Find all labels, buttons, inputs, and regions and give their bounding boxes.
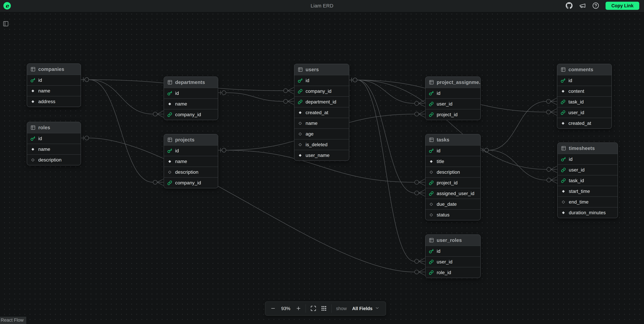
column-name: status [437,212,450,218]
column-row-projects-name[interactable]: name [164,156,218,167]
column-row-users-name[interactable]: name [294,118,349,128]
nullable-icon [429,213,434,217]
column-row-users-is_deleted[interactable]: is_deleted [294,139,349,150]
column-row-comments-content[interactable]: content [557,86,612,96]
column-row-roles-id[interactable]: id [27,133,81,144]
column-row-projects-description[interactable]: description [164,167,218,177]
table-name: users [306,67,319,72]
column-row-user_roles-id[interactable]: id [426,246,480,256]
column-row-project_assignments-id[interactable]: id [426,88,480,98]
foreign-key-icon [298,89,302,94]
column-row-timesheets-user_id[interactable]: user_id [558,164,618,175]
column-row-timesheets-id[interactable]: id [558,154,618,164]
column-row-project_assignments-project_id[interactable]: project_id [426,109,480,120]
column-row-roles-name[interactable]: name [27,144,81,154]
column-row-projects-company_id[interactable]: company_id [164,177,218,188]
column-row-project_assignments-user_id[interactable]: user_id [426,98,480,109]
table-icon [30,125,36,130]
column-row-tasks-status[interactable]: status [426,209,480,220]
table-header-user_roles: user_roles [426,235,480,246]
column-row-tasks-id[interactable]: id [426,145,480,156]
foreign-key-icon [429,181,434,185]
column-row-departments-name[interactable]: name [164,98,218,109]
table-node-users[interactable]: usersidcompany_iddepartment_idcreated_at… [294,64,349,161]
column-row-timesheets-start_time[interactable]: start_time [558,186,618,197]
column-row-users-company_id[interactable]: company_id [294,86,349,96]
nullable-icon [30,157,35,162]
column-row-departments-company_id[interactable]: company_id [164,109,218,120]
table-node-tasks[interactable]: tasksidtitledescriptionproject_idassigne… [425,134,481,220]
column-row-timesheets-end_time[interactable]: end_time [558,197,618,207]
column-name: id [175,148,179,153]
table-node-user_roles[interactable]: user_rolesiduser_idrole_id [425,234,481,278]
column-row-tasks-project_id[interactable]: project_id [426,177,480,188]
zoom-out-button[interactable] [270,306,276,312]
table-header-users: users [294,64,349,75]
tidy-up-button[interactable] [321,305,327,312]
column-row-projects-id[interactable]: id [164,145,218,156]
column-row-users-created_at[interactable]: created_at [294,107,349,118]
column-name: duration_minutes [569,210,606,215]
chevron-down-icon [375,306,380,312]
column-row-users-department_id[interactable]: department_id [294,96,349,107]
copy-link-button[interactable]: Copy Link [606,2,639,10]
table-name: project_assignme... [437,80,481,85]
edge-roles.id-user_roles.role_id [81,136,425,275]
grid-dots-icon [321,305,327,312]
show-label: show [336,306,347,311]
column-name: user_id [437,101,452,107]
table-node-timesheets[interactable]: timesheetsiduser_idtask_idstart_timeend_… [557,142,618,218]
column-row-timesheets-task_id[interactable]: task_id [558,175,618,186]
table-name: departments [175,80,205,85]
zoom-in-button[interactable] [296,306,301,312]
column-name: end_time [569,199,588,205]
table-header-comments: comments [557,64,612,75]
column-row-companies-id[interactable]: id [27,75,81,85]
column-row-timesheets-duration_minutes[interactable]: duration_minutes [558,207,618,218]
github-button[interactable] [566,2,573,10]
column-row-comments-created_at[interactable]: created_at [557,118,612,128]
fit-view-button[interactable] [310,305,316,312]
table-node-projects[interactable]: projectsidnamedescriptioncompany_id [164,134,218,188]
column-row-companies-address[interactable]: address [27,96,81,107]
edge-users.id-user_roles.user_id [349,78,425,265]
table-node-companies[interactable]: companiesidnameaddress [27,63,81,107]
diagram-canvas[interactable]: companiesidnameaddressrolesidnamedescrip… [0,0,644,324]
table-node-comments[interactable]: commentsidcontenttask_iduser_idcreated_a… [557,64,612,129]
column-row-users-age[interactable]: age [294,128,349,139]
column-row-tasks-due_date[interactable]: due_date [426,199,480,209]
table-node-departments[interactable]: departmentsidnamecompany_id [164,77,218,120]
column-row-comments-id[interactable]: id [557,75,612,86]
column-row-roles-description[interactable]: description [27,154,81,165]
table-node-project_assignments[interactable]: project_assignme...iduser_idproject_id [425,77,481,120]
not-null-icon [298,110,302,115]
column-row-companies-name[interactable]: name [27,85,81,96]
react-flow-attribution[interactable]: React Flow [0,317,26,324]
liam-erd-app: { "header": { "title": "Liam ERD", "logo… [0,0,644,324]
column-row-users-id[interactable]: id [294,75,349,86]
column-row-departments-id[interactable]: id [164,88,218,98]
column-name: created_at [568,121,591,126]
nullable-icon [298,121,302,126]
column-row-user_roles-role_id[interactable]: role_id [426,267,480,278]
column-name: id [437,249,440,254]
column-row-tasks-assigned_user_id[interactable]: assigned_user_id [426,188,480,199]
column-name: name [306,121,318,126]
column-row-tasks-title[interactable]: title [426,156,480,167]
column-row-user_roles-user_id[interactable]: user_id [426,256,480,267]
feedback-button[interactable] [579,2,586,10]
help-button[interactable] [592,2,599,10]
column-name: age [306,131,314,137]
column-row-tasks-description[interactable]: description [426,167,480,177]
fields-filter-dropdown[interactable]: All Fields [351,305,380,312]
edge-tasks.id-comments.task_id [481,98,557,152]
column-row-comments-user_id[interactable]: user_id [557,107,612,118]
primary-key-icon [167,148,172,153]
edge-tasks.id-timesheets.task_id [481,148,557,184]
minus-icon [270,306,276,312]
table-node-roles[interactable]: rolesidnamedescription [27,122,81,166]
column-row-users-user_name[interactable]: user_name [294,150,349,160]
sidebar-toggle-button[interactable] [3,21,9,27]
column-row-comments-task_id[interactable]: task_id [557,96,612,107]
relationship-edges [0,0,644,324]
